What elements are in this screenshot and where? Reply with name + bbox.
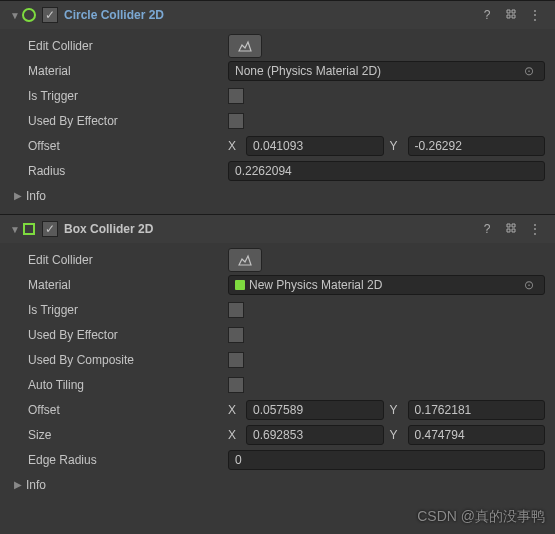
help-icon[interactable]: ?: [477, 219, 497, 239]
material-field[interactable]: New Physics Material 2D ⊙: [228, 275, 545, 295]
offset-x-input[interactable]: [246, 136, 384, 156]
offset-label: Offset: [28, 403, 228, 417]
auto-tiling-checkbox[interactable]: [228, 377, 244, 393]
edge-radius-label: Edge Radius: [28, 453, 228, 467]
offset-x-input[interactable]: [246, 400, 384, 420]
radius-input[interactable]: [228, 161, 545, 181]
y-label: Y: [390, 428, 402, 442]
x-label: X: [228, 139, 240, 153]
edge-radius-input[interactable]: [228, 450, 545, 470]
used-by-composite-checkbox[interactable]: [228, 352, 244, 368]
used-by-effector-label: Used By Effector: [28, 114, 228, 128]
foldout-icon[interactable]: ▼: [10, 10, 20, 21]
used-by-effector-checkbox[interactable]: [228, 327, 244, 343]
object-picker-icon[interactable]: ⊙: [520, 64, 538, 78]
info-foldout-icon[interactable]: ▶: [14, 190, 26, 201]
used-by-composite-label: Used By Composite: [28, 353, 228, 367]
size-y-input[interactable]: [408, 425, 546, 445]
component-body: Edit Collider Material None (Physics Mat…: [0, 29, 555, 214]
x-label: X: [228, 428, 240, 442]
edit-collider-button[interactable]: [228, 34, 262, 58]
component-header[interactable]: ▼ Box Collider 2D ? ⋮: [0, 215, 555, 243]
material-field[interactable]: None (Physics Material 2D) ⊙: [228, 61, 545, 81]
y-label: Y: [390, 403, 402, 417]
is-trigger-checkbox[interactable]: [228, 88, 244, 104]
box-collider-icon: [20, 220, 38, 238]
help-icon[interactable]: ?: [477, 5, 497, 25]
menu-icon[interactable]: ⋮: [525, 219, 545, 239]
enable-checkbox[interactable]: [42, 7, 58, 23]
size-label: Size: [28, 428, 228, 442]
preset-icon[interactable]: [501, 219, 521, 239]
preset-icon[interactable]: [501, 5, 521, 25]
info-foldout-icon[interactable]: ▶: [14, 479, 26, 490]
object-picker-icon[interactable]: ⊙: [520, 278, 538, 292]
menu-icon[interactable]: ⋮: [525, 5, 545, 25]
size-x-input[interactable]: [246, 425, 384, 445]
offset-y-input[interactable]: [408, 400, 546, 420]
is-trigger-label: Is Trigger: [28, 303, 228, 317]
circle-collider-component: ▼ Circle Collider 2D ? ⋮ Edit Collider M…: [0, 0, 555, 214]
offset-label: Offset: [28, 139, 228, 153]
enable-checkbox[interactable]: [42, 221, 58, 237]
foldout-icon[interactable]: ▼: [10, 224, 20, 235]
material-label: Material: [28, 278, 228, 292]
used-by-effector-label: Used By Effector: [28, 328, 228, 342]
circle-collider-icon: [20, 6, 38, 24]
is-trigger-checkbox[interactable]: [228, 302, 244, 318]
auto-tiling-label: Auto Tiling: [28, 378, 228, 392]
component-header[interactable]: ▼ Circle Collider 2D ? ⋮: [0, 1, 555, 29]
info-label: Info: [26, 189, 226, 203]
box-collider-component: ▼ Box Collider 2D ? ⋮ Edit Collider Mate…: [0, 214, 555, 503]
radius-label: Radius: [28, 164, 228, 178]
used-by-effector-checkbox[interactable]: [228, 113, 244, 129]
offset-y-input[interactable]: [408, 136, 546, 156]
edit-collider-label: Edit Collider: [28, 253, 228, 267]
asset-icon: [235, 280, 245, 290]
x-label: X: [228, 403, 240, 417]
info-label: Info: [26, 478, 226, 492]
material-value: New Physics Material 2D: [249, 278, 520, 292]
material-label: Material: [28, 64, 228, 78]
edit-collider-button[interactable]: [228, 248, 262, 272]
y-label: Y: [390, 139, 402, 153]
component-body: Edit Collider Material New Physics Mater…: [0, 243, 555, 503]
component-title: Box Collider 2D: [64, 222, 473, 236]
component-title: Circle Collider 2D: [64, 8, 473, 22]
material-value: None (Physics Material 2D): [235, 64, 520, 78]
edit-collider-label: Edit Collider: [28, 39, 228, 53]
is-trigger-label: Is Trigger: [28, 89, 228, 103]
